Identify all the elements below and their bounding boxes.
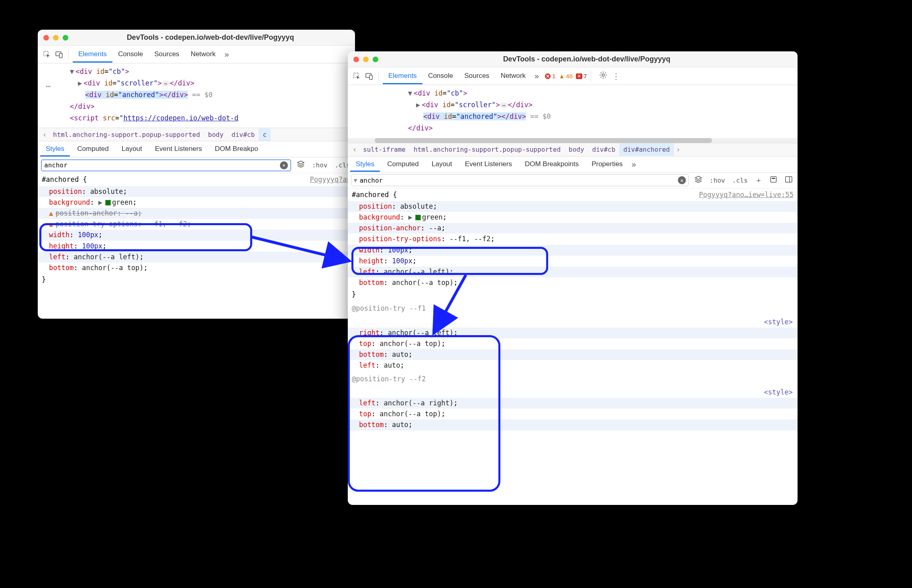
hov-toggle[interactable]: :hov xyxy=(708,177,727,184)
main-toolbar: Elements Console Sources Network » 1 ▲46… xyxy=(348,67,798,85)
svg-rect-8 xyxy=(771,177,776,182)
tab-dom-breakpoints[interactable]: DOM Breakpoints xyxy=(519,157,584,172)
tab-styles[interactable]: Styles xyxy=(40,142,70,157)
zoom-icon[interactable] xyxy=(63,35,68,41)
issue-badges[interactable]: 1 ▲46 ✕7 xyxy=(545,73,587,79)
color-swatch-icon[interactable] xyxy=(415,215,421,220)
toggle-sidebar-icon[interactable] xyxy=(783,175,794,185)
warning-icon: ▲ xyxy=(49,220,53,228)
devtools-window-before: DevTools - codepen.io/web-dot-dev/live/P… xyxy=(38,30,355,319)
more-tabs-icon[interactable]: » xyxy=(630,160,638,169)
tab-layout[interactable]: Layout xyxy=(426,157,458,172)
styles-tabs: Styles Computed Layout Event Listeners D… xyxy=(38,141,355,157)
traffic-lights xyxy=(43,35,68,41)
svg-point-7 xyxy=(602,74,604,76)
source-link[interactable]: Pogyyyq?an xyxy=(310,174,351,185)
new-style-rule-icon[interactable]: ＋ xyxy=(753,175,764,185)
at-rule-header: @position-try --f2 xyxy=(348,371,798,387)
main-tabs: Elements Console Sources Network xyxy=(383,68,531,84)
tab-sources[interactable]: Sources xyxy=(149,46,185,63)
filter-input[interactable]: anchor ✕ xyxy=(41,159,291,171)
tab-styles[interactable]: Styles xyxy=(350,157,380,172)
device-toggle-icon[interactable] xyxy=(364,71,374,81)
tab-layout[interactable]: Layout xyxy=(116,142,148,157)
breadcrumb: ‹ sult-iframe html.anchoring-support.pop… xyxy=(348,143,798,157)
breadcrumb-item[interactable]: sult-iframe xyxy=(359,143,410,156)
tab-console[interactable]: Console xyxy=(112,46,149,63)
tab-dom-breakpoints[interactable]: DOM Breakpo xyxy=(209,142,264,157)
zoom-icon[interactable] xyxy=(373,57,378,62)
devtools-window-after: DevTools - codepen.io/web-dot-dev/live/P… xyxy=(348,51,798,505)
inspect-icon[interactable] xyxy=(352,71,362,81)
titlebar[interactable]: DevTools - codepen.io/web-dot-dev/live/P… xyxy=(348,51,798,67)
minimize-icon[interactable] xyxy=(363,57,369,62)
tab-computed[interactable]: Computed xyxy=(382,157,424,172)
tab-event-listeners[interactable]: Event Listeners xyxy=(459,157,518,172)
filter-input[interactable]: ▼ anchor ✕ xyxy=(351,174,689,186)
svg-rect-10 xyxy=(786,177,792,182)
tab-event-listeners[interactable]: Event Listeners xyxy=(149,142,208,157)
close-icon[interactable] xyxy=(353,57,359,62)
tab-properties[interactable]: Properties xyxy=(586,157,628,172)
main-toolbar: Elements Console Sources Network » xyxy=(38,46,355,63)
filter-bar: ▼ anchor ✕ :hov .cls ＋ xyxy=(348,173,798,189)
warning-icon: ▲ xyxy=(49,209,53,217)
rule-selector: #anchored { xyxy=(352,189,397,200)
separator xyxy=(68,49,69,60)
svg-rect-2 xyxy=(59,53,62,58)
gear-icon[interactable] xyxy=(599,71,607,81)
breadcrumb-item[interactable]: body xyxy=(565,143,588,156)
computed-styles-icon[interactable] xyxy=(768,175,779,185)
source-link[interactable]: <style> xyxy=(764,388,793,396)
filter-bar: anchor ✕ :hov .cls xyxy=(38,157,355,173)
dom-tree[interactable]: ▼<div id="cb"> ▶<div id="scroller">⋯</di… xyxy=(348,85,798,138)
clear-filter-icon[interactable]: ✕ xyxy=(678,176,686,184)
device-toggle-icon[interactable] xyxy=(54,49,64,60)
breadcrumb-item[interactable]: html.anchoring-support.popup-supported xyxy=(49,128,204,141)
styles-panel[interactable]: #anchored {Pogyyyq?an position: absolute… xyxy=(38,173,355,286)
breadcrumb-item[interactable]: body xyxy=(204,128,228,141)
rule-selector: #anchored { xyxy=(42,174,87,185)
breadcrumb-next-icon[interactable]: › xyxy=(674,145,683,154)
hov-toggle[interactable]: :hov xyxy=(310,161,329,169)
minimize-icon[interactable] xyxy=(53,35,59,41)
breadcrumb: ‹ html.anchoring-support.popup-supported… xyxy=(38,128,355,141)
clear-filter-icon[interactable]: ✕ xyxy=(280,161,288,169)
more-tabs-icon[interactable]: » xyxy=(223,50,231,59)
layers-icon[interactable] xyxy=(295,160,306,170)
styles-tabs: Styles Computed Layout Event Listeners D… xyxy=(348,157,798,173)
at-rule-header: @position-try --f1 xyxy=(348,301,798,316)
kebab-menu-icon[interactable]: ⋮ xyxy=(612,71,620,81)
tab-console[interactable]: Console xyxy=(422,68,459,84)
breadcrumb-item[interactable]: div#cb xyxy=(588,143,620,156)
breadcrumb-item-selected[interactable]: div#anchored xyxy=(619,143,674,156)
tab-computed[interactable]: Computed xyxy=(71,142,114,157)
tab-elements[interactable]: Elements xyxy=(73,46,112,63)
breadcrumb-prev-icon[interactable]: ‹ xyxy=(350,145,359,154)
funnel-icon: ▼ xyxy=(354,177,357,183)
traffic-lights xyxy=(353,57,378,62)
source-link[interactable]: Pogyyyq?ano…iew=live:55 xyxy=(699,189,794,200)
inspect-icon[interactable] xyxy=(42,49,52,60)
breadcrumb-item-selected[interactable]: c xyxy=(259,128,271,141)
horizontal-scrollbar[interactable] xyxy=(348,138,798,143)
source-link[interactable]: <style> xyxy=(764,318,793,326)
titlebar[interactable]: DevTools - codepen.io/web-dot-dev/live/P… xyxy=(38,30,355,46)
cls-toggle[interactable]: .cls xyxy=(730,177,749,184)
more-tabs-icon[interactable]: » xyxy=(533,71,541,81)
dom-tree[interactable]: ⋯ ▼<div id="cb"> ▶<div id="scroller">⋯</… xyxy=(38,63,355,128)
tab-network[interactable]: Network xyxy=(185,46,221,63)
svg-rect-9 xyxy=(772,178,775,179)
breadcrumb-item[interactable]: div#cb xyxy=(228,128,259,141)
color-swatch-icon[interactable] xyxy=(105,200,111,205)
tab-sources[interactable]: Sources xyxy=(459,68,495,84)
ellipsis-icon: ⋯ xyxy=(46,79,51,93)
styles-panel[interactable]: #anchored {Pogyyyq?ano…iew=live:55 posit… xyxy=(348,189,798,431)
breadcrumb-item[interactable]: html.anchoring-support.popup-supported xyxy=(410,143,565,156)
layers-icon[interactable] xyxy=(693,175,704,185)
tab-elements[interactable]: Elements xyxy=(383,68,422,84)
tab-network[interactable]: Network xyxy=(495,68,531,84)
breadcrumb-prev-icon[interactable]: ‹ xyxy=(40,130,49,139)
window-title: DevTools - codepen.io/web-dot-dev/live/P… xyxy=(71,33,349,42)
close-icon[interactable] xyxy=(43,35,49,41)
